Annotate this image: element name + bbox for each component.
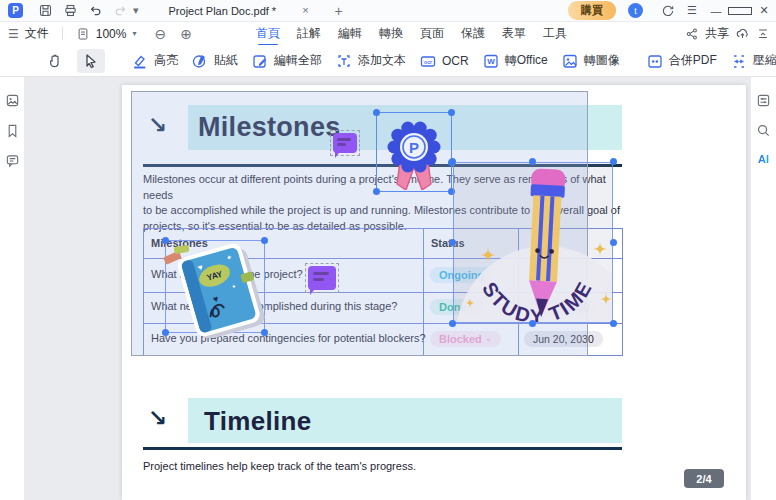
compress-pdf-button[interactable]: 壓縮PDF bbox=[730, 52, 776, 70]
pdf-editor-window: P ▾ Project Plan Doc.pdf * × + 購買 t bbox=[0, 0, 776, 500]
share-icon[interactable] bbox=[685, 27, 699, 41]
note-bubble-icon bbox=[333, 133, 357, 153]
add-text-icon bbox=[335, 52, 353, 70]
close-window-icon[interactable]: ✕ bbox=[752, 4, 776, 17]
svg-text:ocr: ocr bbox=[424, 58, 432, 64]
new-tab-icon[interactable]: + bbox=[335, 4, 343, 18]
to-image-button[interactable]: 轉圖像 bbox=[561, 52, 620, 70]
avatar[interactable]: t bbox=[628, 3, 643, 18]
zoom-caret-icon[interactable]: ▾ bbox=[132, 30, 136, 38]
edit-all-button[interactable]: 編輯全部 bbox=[251, 52, 322, 70]
add-text-button[interactable]: 添加文本 bbox=[335, 52, 406, 70]
note-sticker[interactable] bbox=[330, 130, 360, 156]
timeline-arrow-icon: ↘ bbox=[148, 407, 167, 430]
timeline-caption: Project timelines help keep track of the… bbox=[143, 460, 416, 472]
merge-pdf-label: 合併PDF bbox=[669, 52, 717, 69]
tab-protect[interactable]: 保護 bbox=[461, 22, 485, 45]
comment-panel-icon[interactable] bbox=[5, 153, 20, 168]
share-label[interactable]: 共享 bbox=[705, 25, 729, 42]
document-tab-title: Project Plan Doc.pdf * bbox=[169, 5, 277, 17]
page-indicator[interactable]: 2/4 bbox=[684, 469, 724, 488]
close-tab-icon[interactable]: × bbox=[302, 5, 308, 16]
merge-pdf-button[interactable]: 合併PDF bbox=[646, 52, 717, 70]
app-logo-icon: P bbox=[8, 3, 23, 18]
to-image-label: 轉圖像 bbox=[584, 52, 620, 69]
file-menu-icon: ☰ bbox=[8, 28, 19, 40]
select-tool-button[interactable] bbox=[77, 49, 105, 73]
app-menu-icon[interactable]: ☰ bbox=[680, 4, 704, 17]
page-view-icon[interactable] bbox=[76, 27, 90, 41]
print-icon[interactable] bbox=[62, 2, 79, 19]
menubar: ☰ 文件 100% ▾ ⊖ ⊕ 首頁 註解 編輯 轉換 頁面 保護 表單 工具 … bbox=[0, 22, 776, 45]
tab-form[interactable]: 表單 bbox=[502, 22, 526, 45]
edit-all-label: 編輯全部 bbox=[274, 52, 322, 69]
bookmark-icon[interactable] bbox=[5, 123, 20, 138]
ocr-button[interactable]: ocr OCR bbox=[419, 52, 469, 70]
pdf-page[interactable]: ↘ Milestones Milestones occur at differe… bbox=[122, 85, 746, 500]
save-icon[interactable] bbox=[37, 2, 54, 19]
sync-icon[interactable] bbox=[659, 2, 676, 19]
hand-tool-button[interactable] bbox=[46, 52, 64, 70]
book-sticker[interactable]: YAY ♥ ♥ ✦ ✦ bbox=[158, 234, 272, 338]
sticker-button[interactable]: 貼紙 bbox=[191, 52, 238, 70]
right-sidebar: AI bbox=[750, 77, 776, 500]
minimize-icon[interactable]: — bbox=[704, 5, 728, 17]
ocr-label: OCR bbox=[442, 54, 469, 68]
pencil-sticker-selection[interactable]: STUDY TIME bbox=[453, 162, 613, 323]
tab-convert[interactable]: 轉換 bbox=[379, 22, 403, 45]
collapse-toolbar-icon[interactable] bbox=[756, 27, 770, 41]
merge-icon bbox=[646, 52, 664, 70]
timeline-underline bbox=[143, 447, 622, 450]
svg-text:W: W bbox=[487, 57, 495, 66]
timeline-heading: Timeline bbox=[204, 406, 311, 437]
buy-button[interactable]: 購買 bbox=[568, 1, 616, 20]
compress-pdf-label: 壓縮PDF bbox=[753, 52, 776, 69]
redo-icon[interactable] bbox=[112, 2, 129, 19]
highlighter-icon bbox=[131, 52, 149, 70]
to-office-button[interactable]: W 轉Office bbox=[482, 52, 548, 70]
file-menu[interactable]: 文件 bbox=[25, 25, 49, 42]
sticker-icon bbox=[191, 52, 209, 70]
ai-assistant-button[interactable]: AI bbox=[758, 153, 769, 165]
maximize-icon[interactable] bbox=[728, 5, 752, 17]
document-tab[interactable]: Project Plan Doc.pdf * × bbox=[161, 3, 317, 19]
add-text-label: 添加文本 bbox=[358, 52, 406, 69]
cursor-icon bbox=[82, 52, 100, 70]
zoom-out-icon[interactable]: ⊖ bbox=[154, 27, 166, 41]
thumbnails-icon[interactable] bbox=[5, 93, 20, 108]
tab-tools[interactable]: 工具 bbox=[543, 22, 567, 45]
undo-icon[interactable] bbox=[87, 2, 104, 19]
search-icon[interactable] bbox=[756, 123, 771, 138]
ribbon-tabs: 首頁 註解 編輯 轉換 頁面 保護 表單 工具 bbox=[256, 22, 567, 45]
tab-comment[interactable]: 註解 bbox=[297, 22, 321, 45]
tab-edit[interactable]: 編輯 bbox=[338, 22, 362, 45]
ocr-icon: ocr bbox=[419, 52, 437, 70]
office-icon: W bbox=[482, 52, 500, 70]
sticker-label: 貼紙 bbox=[214, 52, 238, 69]
cloud-upload-icon[interactable] bbox=[735, 26, 750, 41]
properties-panel-icon[interactable] bbox=[756, 93, 771, 108]
note-sticker[interactable] bbox=[305, 263, 339, 293]
edit-icon bbox=[251, 52, 269, 70]
compress-icon bbox=[730, 52, 748, 70]
image-icon bbox=[561, 52, 579, 70]
tab-home[interactable]: 首頁 bbox=[256, 22, 280, 45]
toolbar: 高亮 貼紙 編輯全部 添加文本 ocr OCR bbox=[0, 45, 776, 77]
highlight-label: 高亮 bbox=[154, 52, 178, 69]
highlight-button[interactable]: 高亮 bbox=[131, 52, 178, 70]
titlebar: P ▾ Project Plan Doc.pdf * × + 購買 t bbox=[0, 0, 776, 22]
zoom-level[interactable]: 100% bbox=[96, 27, 127, 41]
svg-text:P: P bbox=[409, 139, 419, 156]
award-badge-sticker[interactable]: P bbox=[378, 114, 450, 190]
window-controls: ☰ — ✕ bbox=[680, 4, 776, 17]
hand-icon bbox=[46, 52, 64, 70]
to-office-label: 轉Office bbox=[505, 52, 548, 69]
zoom-in-icon[interactable]: ⊕ bbox=[180, 27, 192, 41]
pencil-sticker: STUDY TIME bbox=[454, 163, 613, 323]
quickbar-caret-icon[interactable]: ▾ bbox=[133, 5, 139, 16]
tab-page[interactable]: 頁面 bbox=[420, 22, 444, 45]
left-sidebar bbox=[0, 77, 25, 500]
note-bubble-icon bbox=[308, 266, 336, 290]
